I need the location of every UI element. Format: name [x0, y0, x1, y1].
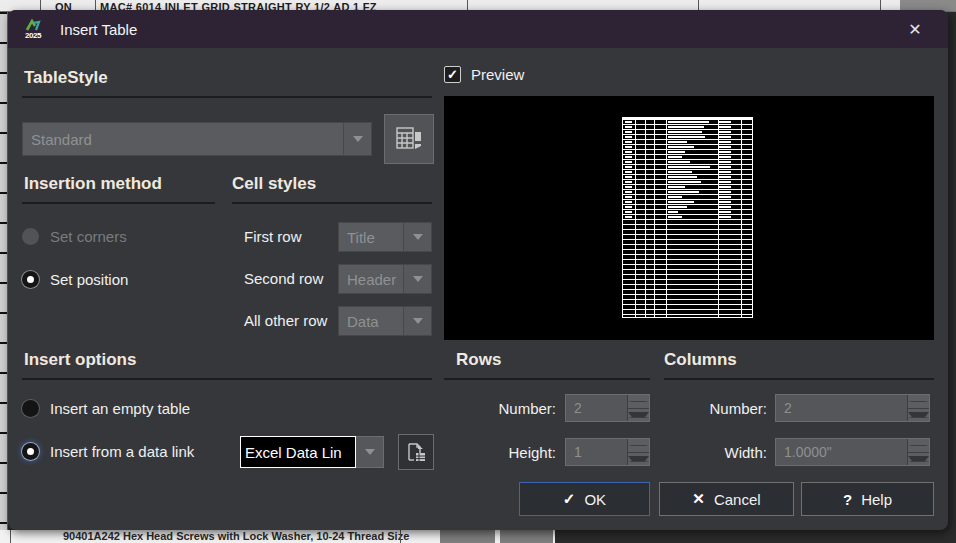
first-row-label: First row	[244, 228, 302, 245]
section-divider	[444, 378, 650, 380]
background-panel	[440, 530, 495, 543]
section-divider	[22, 202, 215, 204]
second-row-style-combo[interactable]: Header	[338, 264, 432, 294]
dialog-titlebar: 2025 Insert Table ✕	[8, 10, 948, 48]
close-icon[interactable]: ✕	[902, 18, 928, 40]
spinner-down-icon[interactable]	[908, 453, 929, 466]
spinner-up-icon[interactable]	[628, 395, 649, 409]
cancel-button[interactable]: ✕ Cancel	[659, 482, 794, 516]
data-link-combo[interactable]: Excel Data Lin	[240, 436, 384, 468]
section-divider	[232, 202, 432, 204]
rows-header: Rows	[456, 350, 501, 370]
insert-options-header: Insert options	[24, 350, 136, 370]
spinner-up-icon[interactable]	[908, 395, 929, 409]
chevron-down-icon[interactable]	[403, 265, 431, 293]
help-button[interactable]: ? Help	[801, 482, 934, 516]
spinner-down-icon[interactable]	[628, 453, 649, 466]
table-gridline	[10, 530, 11, 543]
chevron-down-icon[interactable]	[403, 307, 431, 335]
section-divider	[664, 378, 934, 380]
tablestyle-header: TableStyle	[24, 68, 108, 88]
radio-icon	[22, 443, 39, 460]
background-row-text: 90401A242 Hex Head Screws with Lock Wash…	[63, 530, 409, 542]
app-logo-icon: 2025	[20, 15, 46, 43]
background-panel	[555, 530, 956, 543]
spinner-up-icon[interactable]	[908, 439, 929, 453]
checkbox-check-icon[interactable]: ✓	[444, 66, 461, 83]
background-drawing-left	[0, 12, 8, 531]
section-divider	[22, 378, 432, 380]
rows-number-spinner[interactable]: 2	[565, 394, 650, 422]
radio-set-corners[interactable]: Set corners	[22, 228, 127, 245]
table-gridline	[400, 530, 401, 543]
preview-checkbox-row[interactable]: ✓ Preview	[444, 66, 524, 83]
tablestyle-combo[interactable]: Standard	[22, 122, 372, 156]
all-other-row-label: All other row	[244, 312, 327, 329]
x-icon: ✕	[692, 490, 705, 508]
second-row-label: Second row	[244, 270, 323, 287]
cell-styles-header: Cell styles	[232, 174, 316, 194]
first-row-style-combo[interactable]: Title	[338, 222, 432, 252]
check-icon: ✓	[563, 490, 576, 508]
question-icon: ?	[843, 491, 852, 508]
insert-table-dialog: 2025 Insert Table ✕ TableStyle Standard …	[8, 10, 948, 530]
columns-number-label: Number:	[648, 400, 767, 417]
columns-header: Columns	[664, 350, 737, 370]
chevron-down-icon[interactable]	[403, 223, 431, 251]
radio-insert-empty-table[interactable]: Insert an empty table	[22, 400, 190, 417]
spinner-up-icon[interactable]	[628, 439, 649, 453]
background-drawing-bottom: 90401A242 Hex Head Screws with Lock Wash…	[0, 530, 956, 543]
table-grid-icon	[394, 124, 424, 154]
chevron-down-icon[interactable]	[343, 123, 371, 155]
data-link-manager-button[interactable]	[398, 434, 434, 470]
data-link-icon	[404, 440, 428, 464]
rows-height-label: Height:	[444, 444, 556, 461]
preview-table	[622, 117, 753, 318]
preview-label: Preview	[471, 66, 524, 83]
section-divider	[22, 96, 432, 98]
ok-button[interactable]: ✓ OK	[519, 482, 650, 516]
spinner-down-icon[interactable]	[908, 409, 929, 422]
rows-number-label: Number:	[444, 400, 556, 417]
insertion-method-header: Insertion method	[24, 174, 162, 194]
columns-width-label: Width:	[648, 444, 767, 461]
launch-tablestyle-dialog-button[interactable]	[384, 114, 434, 164]
chevron-down-icon[interactable]	[356, 436, 384, 468]
radio-icon	[22, 228, 39, 245]
table-preview-area	[444, 96, 934, 340]
radio-set-position[interactable]: Set position	[22, 271, 128, 288]
columns-number-spinner[interactable]: 2	[775, 394, 930, 422]
columns-width-spinner[interactable]: 1.0000"	[775, 438, 930, 466]
dialog-title: Insert Table	[60, 21, 137, 38]
rows-height-spinner[interactable]: 1	[565, 438, 650, 466]
spinner-down-icon[interactable]	[628, 409, 649, 422]
radio-insert-from-data-link[interactable]: Insert from a data link	[22, 443, 194, 460]
radio-icon	[22, 271, 39, 288]
radio-icon	[22, 400, 39, 417]
all-other-row-style-combo[interactable]: Data	[338, 306, 432, 336]
background-panel	[500, 530, 553, 543]
